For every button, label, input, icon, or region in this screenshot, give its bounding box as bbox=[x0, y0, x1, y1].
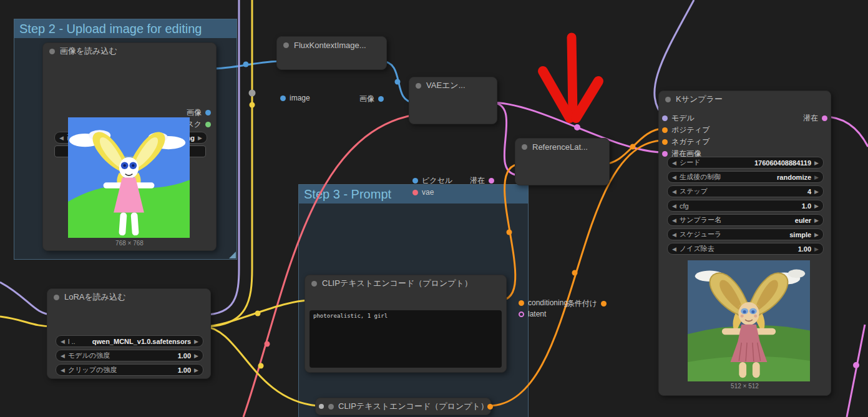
node-graph-canvas[interactable]: Step 2 - Upload image for editing Step 3… bbox=[0, 0, 868, 417]
red-down-arrow-annotation bbox=[0, 0, 868, 417]
